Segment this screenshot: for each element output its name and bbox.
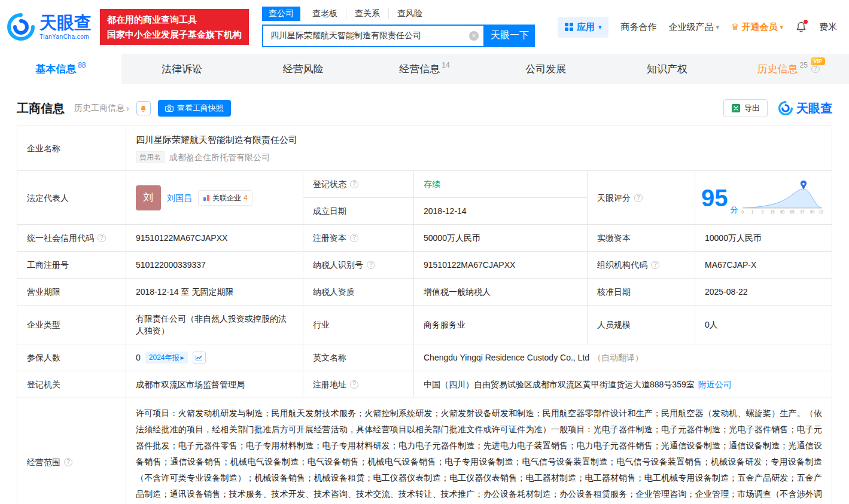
- related-companies-badge[interactable]: 关联企业 4: [198, 190, 252, 206]
- company-name: 四川星际荣耀航天智能制造有限责任公司: [136, 133, 822, 146]
- value-registration-authority: 成都市双流区市场监督管理局: [126, 371, 303, 398]
- value-registered-capital: 50000万人民币: [414, 225, 588, 252]
- chevron-right-icon: ›: [126, 103, 129, 113]
- score-distribution-chart: 0 1 3 15 50 85 97 99 100: [741, 181, 823, 215]
- search-button[interactable]: 天眼一下: [485, 25, 535, 47]
- svg-text:0: 0: [741, 210, 744, 214]
- view-business-snapshot-button[interactable]: 查看工商快照: [158, 100, 231, 117]
- insured-trend-chart-button[interactable]: [193, 352, 206, 364]
- label-company-name: 企业名称: [17, 126, 126, 171]
- tab-legal-proceedings[interactable]: 法律诉讼: [121, 54, 243, 84]
- line-chart-icon: [195, 355, 203, 361]
- tianyancha-watermark: 天眼查: [778, 100, 832, 117]
- clear-search-icon[interactable]: ×: [469, 31, 479, 41]
- value-credit-code: 91510122MA67CJAPXX: [126, 225, 303, 252]
- value-english-name: Chengdu Yingqi Residence Custody Co., Lt…: [414, 344, 832, 371]
- label-credit-code: 统一社会信用代码 ?: [17, 225, 126, 252]
- label-registered-address: 注册地址 ?: [303, 371, 414, 398]
- help-icon[interactable]: ?: [367, 261, 375, 269]
- related-companies-icon: [203, 194, 210, 201]
- value-business-scope: 许可项目：火箭发动机研发与制造；民用航天发射技术服务；火箭控制系统研发；火箭发射…: [126, 398, 832, 504]
- help-icon[interactable]: ?: [811, 65, 820, 73]
- svg-text:1: 1: [751, 210, 753, 214]
- label-business-scope: 经营范围 ?: [17, 398, 126, 504]
- svg-text:50: 50: [780, 210, 784, 214]
- tab-intellectual-property[interactable]: 知识产权: [607, 54, 728, 84]
- label-company-type: 企业类型: [17, 306, 126, 344]
- former-name: 成都盈企住所托管有限公司: [169, 151, 270, 163]
- value-company-type: 有限责任公司（非自然人投资或控股的法人独资）: [126, 306, 303, 344]
- search-input[interactable]: [262, 25, 485, 47]
- tab-count: 88: [78, 61, 86, 69]
- search-tab-company[interactable]: 查公司: [262, 7, 300, 21]
- score-number: 95: [701, 186, 728, 210]
- label-taxpayer-id: 纳税人识别号 ?: [303, 252, 414, 279]
- former-name-badge: 曾用名: [136, 151, 165, 163]
- history-business-info-link[interactable]: 历史工商信息 ›: [74, 103, 129, 114]
- export-button[interactable]: 导出: [723, 99, 768, 117]
- legal-rep-name-link[interactable]: 刘国昌: [167, 192, 192, 204]
- svg-text:3: 3: [761, 210, 763, 214]
- svg-text:85: 85: [790, 210, 795, 214]
- promo-banner: 都在用的商业查询工具 国家中小企业发展子基金旗下机构: [100, 9, 249, 45]
- label-staff-size: 人员规模: [588, 306, 695, 344]
- tianyancha-logo[interactable]: 天眼查 TianYanCha.com: [7, 13, 92, 41]
- help-icon[interactable]: ?: [350, 380, 358, 389]
- caret-down-icon: ▾: [598, 23, 602, 31]
- apps-label: 应用: [577, 22, 595, 33]
- value-registration-status: 存续: [414, 171, 588, 198]
- notifications-bell[interactable]: [795, 21, 807, 33]
- business-cooperation-link[interactable]: 商务合作: [620, 22, 656, 33]
- search-tab-relation[interactable]: 查关系: [346, 8, 388, 19]
- search-tab-boss[interactable]: 查老板: [304, 8, 346, 19]
- crown-icon: ♛: [731, 22, 739, 32]
- help-icon[interactable]: ?: [634, 194, 643, 202]
- nearby-companies-link[interactable]: 附近公司: [698, 378, 732, 390]
- value-approval-date: 2025-08-22: [695, 279, 832, 306]
- promo-line2: 国家中小企业发展子基金旗下机构: [107, 27, 242, 42]
- help-icon[interactable]: ?: [98, 234, 106, 242]
- value-business-term: 2018-12-14 至 无固定期限: [126, 279, 303, 306]
- help-icon[interactable]: ?: [350, 234, 358, 242]
- apps-button[interactable]: 应用 ▾: [558, 17, 609, 38]
- help-icon[interactable]: ?: [651, 261, 659, 269]
- value-staff-size: 0人: [695, 306, 832, 344]
- label-registration-status: 登记状态 ?: [303, 171, 414, 198]
- value-registration-number: 510122000339337: [126, 252, 303, 279]
- promo-line1: 都在用的商业查询工具: [107, 12, 242, 27]
- monitor-bell-button[interactable]: [136, 101, 151, 115]
- tianyancha-logo-icon: [778, 101, 793, 115]
- value-establish-date: 2018-12-14: [414, 198, 588, 225]
- label-business-term: 营业期限: [17, 279, 126, 306]
- help-icon[interactable]: ?: [64, 458, 72, 466]
- brand-name: 天眼查: [39, 14, 92, 32]
- enterprise-products-menu[interactable]: 企业级产品 ▾: [668, 22, 719, 33]
- annual-report-badge[interactable]: 2024年报 ▸: [145, 352, 188, 364]
- search-type-tabs: 查公司 查老板 查关系 查风险: [262, 7, 535, 20]
- label-legal-representative: 法定代表人: [17, 171, 126, 225]
- label-approval-date: 核准日期: [588, 279, 695, 306]
- svg-text:15: 15: [770, 210, 775, 214]
- user-menu[interactable]: 费米: [819, 22, 837, 33]
- tab-operation-risk[interactable]: 经营风险: [242, 54, 364, 84]
- tab-operation-info[interactable]: 经营信息 14: [364, 54, 485, 84]
- open-vip-menu[interactable]: ♛ 开通会员 ▾: [731, 22, 783, 33]
- value-company-name: 四川星际荣耀航天智能制造有限责任公司 曾用名 成都盈企住所托管有限公司: [126, 126, 832, 171]
- bell-icon: [139, 105, 147, 112]
- tab-basic-info[interactable]: 基本信息 88: [0, 54, 121, 84]
- label-registered-capital: 注册资本 ?: [303, 225, 414, 252]
- tab-history-info[interactable]: VIP 历史信息 25 ?: [728, 54, 849, 84]
- header-right-menu: 应用 ▾ 商务合作 企业级产品 ▾ ♛ 开通会员 ▾ 费米: [558, 17, 837, 38]
- legal-rep-avatar[interactable]: 刘: [136, 185, 161, 210]
- search-tab-risk[interactable]: 查风险: [388, 8, 431, 19]
- label-taxpayer-qualification: 纳税人资质: [303, 279, 414, 306]
- related-companies-count: 4: [244, 192, 248, 204]
- value-registered-address: 中国（四川）自由贸易试验区成都市双流区黄甲街道货运大道888号359室 附近公司: [414, 371, 832, 398]
- value-paid-capital: 10000万人民币: [695, 225, 832, 252]
- caret-down-icon: ▾: [716, 23, 719, 31]
- help-icon[interactable]: ?: [350, 180, 358, 188]
- apps-grid-icon: [565, 23, 573, 31]
- tab-company-development[interactable]: 公司发展: [485, 54, 607, 84]
- tianyancha-logo-icon: [7, 13, 35, 41]
- svg-text:97: 97: [800, 210, 805, 214]
